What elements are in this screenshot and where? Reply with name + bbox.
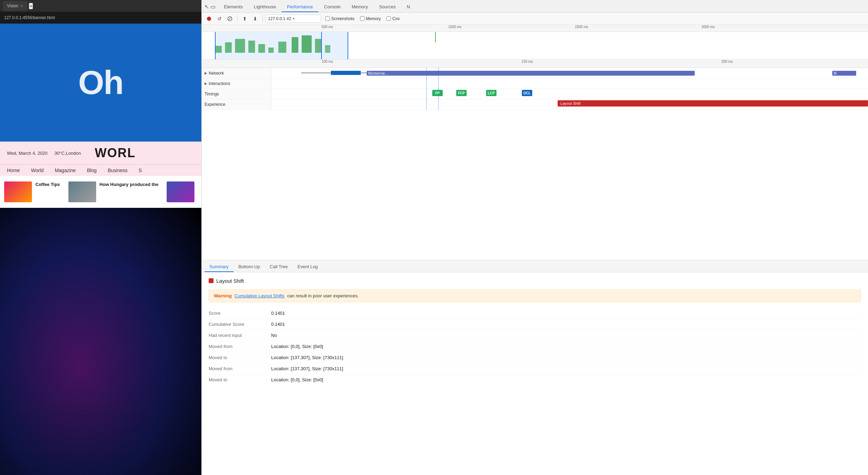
experience-track: Experience Layout Shift	[202, 99, 868, 110]
interactions-expand-icon[interactable]: ▶	[205, 82, 207, 85]
timings-label: Timings	[205, 92, 219, 96]
news-card-1-image	[4, 181, 32, 202]
experience-track-label: Experience	[202, 99, 271, 109]
nav-magazine[interactable]: Magazine	[55, 168, 76, 173]
browser-panel: Vision ✕ + 127.0.0.1:4556/banner.html Oh…	[0, 0, 201, 475]
nav-more[interactable]: S	[139, 168, 142, 173]
timings-track: Timings FP FCP LCP DCL	[202, 89, 868, 99]
dashed-line-2	[438, 68, 439, 78]
profile-selector[interactable]: 127.0.0.1 #2 ▾	[266, 15, 321, 23]
coverage-checkbox-input[interactable]	[386, 16, 391, 21]
memory-checkbox[interactable]: Memory	[360, 16, 381, 21]
detail-ruler: 100 ms 150 ms 200 ms	[202, 60, 868, 68]
timeline-tracks: ▶ Network Montserrat... M	[202, 68, 868, 260]
screenshots-checkbox-input[interactable]	[325, 16, 330, 21]
tab-elements[interactable]: Elements	[218, 2, 248, 12]
address-text: 127.0.0.1:4556/banner.html	[4, 15, 55, 20]
layout-shift-bar[interactable]: Layout Shift	[558, 100, 868, 107]
upload-button[interactable]: ⬆	[240, 14, 249, 23]
news-weather: 30°C,London	[55, 151, 81, 156]
clear-button[interactable]	[225, 14, 234, 23]
detail-ruler-200ms: 200 ms	[721, 60, 733, 63]
network-montserrat-bar[interactable]: Montserrat...	[367, 71, 695, 76]
fcp-badge[interactable]: FCP	[456, 90, 467, 96]
network-expand-icon[interactable]: ▶	[205, 71, 207, 75]
news-card-2-title: How Hungary produced the	[100, 181, 159, 188]
cls-link[interactable]: Cumulative Layout Shifts	[235, 293, 285, 298]
network-m-bar[interactable]: M	[832, 71, 856, 76]
moved-to-2-key: Moved to	[209, 377, 264, 382]
refresh-button[interactable]: ↺	[215, 14, 224, 23]
tab-network-extra[interactable]: N	[401, 2, 416, 12]
ruler-mark-1000ms: 1000 ms	[448, 25, 461, 29]
nav-blog[interactable]: Blog	[87, 168, 97, 173]
nav-world[interactable]: World	[31, 168, 43, 173]
cursor-icon[interactable]: ↖	[205, 3, 209, 10]
tab-performance[interactable]: Performance	[282, 2, 318, 12]
network-track-label[interactable]: ▶ Network	[202, 68, 271, 78]
moved-from-2-value: Location: [137,307], Size: [730x111]	[271, 366, 343, 371]
selection-end-handle[interactable]	[321, 32, 322, 60]
detail-title-row: Layout Shift	[209, 278, 861, 284]
nav-home[interactable]: Home	[7, 168, 20, 173]
network-track-content: Montserrat... M	[271, 68, 868, 78]
interactions-track-label[interactable]: ▶ Interactions	[202, 78, 271, 88]
tab-lighthouse[interactable]: Lighthouse	[248, 2, 282, 12]
tab-summary[interactable]: Summary	[205, 262, 234, 272]
detail-row-moved-from-1: Moved from Location: [0,0], Size: [0x0]	[209, 341, 861, 352]
experience-track-content: Layout Shift	[271, 99, 868, 109]
ruler-mark-1500ms: 1500 ms	[575, 25, 588, 29]
news-card-2-image	[68, 181, 96, 202]
download-button[interactable]: ⬇	[251, 14, 260, 23]
tab-bottom-up[interactable]: Bottom-Up	[234, 262, 265, 272]
memory-label: Memory	[366, 16, 381, 21]
moved-from-2-key: Moved from	[209, 366, 264, 371]
detail-panel: Layout Shift Warning Cumulative Layout S…	[202, 272, 868, 475]
recent-input-key: Had recent input	[209, 333, 264, 338]
new-tab-button[interactable]: +	[29, 3, 33, 9]
experience-label: Experience	[205, 102, 225, 107]
browser-tab-bar: Vision ✕ +	[0, 0, 201, 12]
moved-to-2-value: Location: [0,0], Size: [0x0]	[271, 377, 323, 382]
dcl-badge[interactable]: DCL	[522, 90, 532, 96]
moved-to-1-key: Moved to	[209, 355, 264, 360]
tab-call-tree[interactable]: Call Tree	[265, 262, 293, 272]
tab-sources[interactable]: Sources	[374, 2, 401, 12]
network-label: Network	[209, 71, 224, 76]
browser-tab[interactable]: Vision ✕	[3, 1, 27, 11]
tab-memory[interactable]: Memory	[346, 2, 374, 12]
fp-badge[interactable]: FP	[432, 90, 443, 96]
coverage-checkbox[interactable]: Cov	[386, 16, 400, 21]
timings-track-label: Timings	[202, 89, 271, 99]
lcp-badge[interactable]: LCP	[486, 90, 496, 96]
memory-checkbox-input[interactable]	[360, 16, 365, 21]
warning-banner: Warning Cumulative Layout Shifts can res…	[209, 289, 861, 302]
tab-title: Vision	[7, 3, 18, 8]
record-button[interactable]	[205, 14, 214, 23]
device-icon[interactable]: ▭	[210, 3, 216, 10]
overview-selection[interactable]	[215, 32, 348, 60]
nav-business[interactable]: Business	[108, 168, 127, 173]
address-bar[interactable]: 127.0.0.1:4556/banner.html	[0, 12, 201, 24]
tab-close-icon[interactable]: ✕	[20, 4, 23, 8]
devtools-panel: ↖ ▭ Elements Lighthouse Performance Cons…	[201, 0, 868, 475]
news-card-3[interactable]	[162, 181, 199, 202]
interactions-dashed-2	[438, 78, 439, 88]
profile-selector-value: 127.0.0.1 #2	[268, 16, 291, 21]
warning-label: Warning	[214, 293, 232, 298]
screenshots-checkbox[interactable]: Screenshots	[325, 16, 354, 21]
svg-line-2	[229, 18, 231, 20]
tab-event-log[interactable]: Event Log	[293, 262, 323, 272]
news-card-2[interactable]: How Hungary produced the	[64, 181, 163, 202]
detail-row-moved-from-2: Moved from Location: [137,307], Size: [7…	[209, 363, 861, 374]
warning-text: can result in poor user experiences.	[287, 293, 359, 298]
ruler-mark-2000ms: 2000 ms	[701, 25, 715, 29]
interactions-track-content	[271, 78, 868, 88]
coverage-label: Cov	[392, 16, 400, 21]
news-card-3-image	[167, 181, 194, 202]
news-card-1[interactable]: Coffee Tips	[0, 181, 64, 202]
experience-dashed-2	[438, 99, 439, 109]
news-header: Wed, March 4, 2020 30°C,London WORL	[0, 142, 201, 164]
timeline-overview[interactable]: 500 ms 1000 ms 1500 ms 2000 ms	[202, 25, 868, 60]
tab-console[interactable]: Console	[318, 2, 346, 12]
